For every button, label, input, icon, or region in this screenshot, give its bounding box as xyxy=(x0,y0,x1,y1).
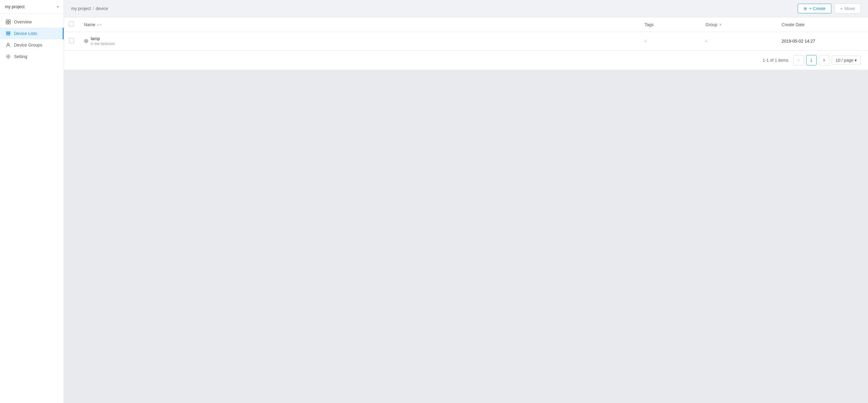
project-name: my project xyxy=(5,4,25,9)
breadcrumb-separator: / xyxy=(93,6,94,11)
svg-rect-4 xyxy=(6,32,10,33)
table-row: lamp in the bedroom - - 2019-05-02 14:27 xyxy=(64,32,868,51)
name-sort-icon[interactable]: ▲▼ xyxy=(96,23,102,26)
page-size-label: 10 / page xyxy=(836,58,854,63)
sidebar-item-overview[interactable]: Overview xyxy=(0,16,64,28)
pagination-info: 1-1 of 1 items xyxy=(763,58,788,63)
project-selector[interactable]: my project ▾ xyxy=(0,0,64,14)
device-name[interactable]: lamp xyxy=(91,36,115,41)
sidebar-item-label: Overview xyxy=(14,20,32,24)
move-button[interactable]: + Move xyxy=(835,4,861,13)
svg-rect-5 xyxy=(6,33,10,34)
prev-page-button[interactable]: < xyxy=(794,55,804,65)
breadcrumb-project: my project xyxy=(71,6,91,11)
sidebar-item-label: Setting xyxy=(14,54,27,59)
device-groups-icon xyxy=(5,42,11,48)
page-number: 1 xyxy=(810,58,813,63)
col-header-tags: Tags xyxy=(640,17,701,32)
create-label: + Create xyxy=(809,6,826,11)
topbar: my project / device ⊕ + Create + Move xyxy=(64,0,868,17)
svg-rect-6 xyxy=(6,35,10,35)
table-container: Name ▲▼ Tags Group ▼ xyxy=(64,17,868,70)
device-list-icon xyxy=(5,31,11,36)
select-all-checkbox[interactable] xyxy=(69,22,74,27)
sidebar: my project ▾ Overview xyxy=(0,0,64,403)
svg-point-8 xyxy=(8,56,9,58)
move-plus-icon: + xyxy=(840,6,843,11)
plus-circle-icon: ⊕ xyxy=(804,6,807,11)
select-all-header xyxy=(64,17,79,32)
page-size-selector[interactable]: 10 / page ▾ xyxy=(832,56,861,65)
group-filter-icon[interactable]: ▼ xyxy=(719,23,722,27)
chevron-right-icon: > xyxy=(823,58,826,63)
chevron-down-icon: ▾ xyxy=(57,5,59,9)
row-checkbox[interactable] xyxy=(69,38,74,43)
next-page-button[interactable]: > xyxy=(819,55,829,65)
breadcrumb: my project / device xyxy=(71,6,108,11)
sidebar-nav: Overview Device Lists Device Groups xyxy=(0,14,64,65)
sidebar-item-device-lists[interactable]: Device Lists xyxy=(0,28,64,39)
device-name-cell: lamp in the bedroom xyxy=(79,32,640,51)
page-size-chevron: ▾ xyxy=(855,58,857,63)
breadcrumb-page: device xyxy=(96,6,108,11)
col-tags-label: Tags xyxy=(645,22,654,27)
svg-rect-2 xyxy=(6,22,8,24)
chevron-left-icon: < xyxy=(797,58,800,63)
sidebar-item-label: Device Lists xyxy=(14,31,37,36)
sidebar-item-label: Device Groups xyxy=(14,42,42,47)
sidebar-item-device-groups[interactable]: Device Groups xyxy=(0,39,64,51)
svg-rect-3 xyxy=(8,22,10,24)
topbar-actions: ⊕ + Create + Move xyxy=(798,4,861,13)
page-1-button[interactable]: 1 xyxy=(806,55,816,65)
col-header-group: Group ▼ xyxy=(701,17,777,32)
svg-rect-1 xyxy=(8,20,10,22)
col-date-label: Create Date xyxy=(781,22,804,27)
setting-icon xyxy=(5,54,11,59)
create-button[interactable]: ⊕ + Create xyxy=(798,4,831,13)
col-header-name: Name ▲▼ xyxy=(79,17,640,32)
svg-rect-0 xyxy=(6,20,8,22)
svg-point-7 xyxy=(7,43,9,45)
row-checkbox-cell xyxy=(64,32,79,51)
sidebar-item-setting[interactable]: Setting xyxy=(0,51,64,62)
device-group-cell: - xyxy=(701,32,777,51)
col-group-label: Group xyxy=(706,22,717,27)
device-table: Name ▲▼ Tags Group ▼ xyxy=(64,17,868,51)
content-area: Name ▲▼ Tags Group ▼ xyxy=(64,17,868,403)
col-header-date: Create Date xyxy=(777,17,868,32)
device-status-icon xyxy=(84,39,88,43)
main-content: my project / device ⊕ + Create + Move xyxy=(64,0,868,403)
move-label: Move xyxy=(844,6,855,11)
device-description: in the bedroom xyxy=(91,42,115,46)
col-name-label: Name xyxy=(84,22,95,27)
pagination-bar: 1-1 of 1 items < 1 > 10 / page ▾ xyxy=(64,51,868,70)
device-tags-cell: - xyxy=(640,32,701,51)
device-date-cell: 2019-05-02 14:27 xyxy=(777,32,868,51)
grid-icon xyxy=(5,19,11,25)
